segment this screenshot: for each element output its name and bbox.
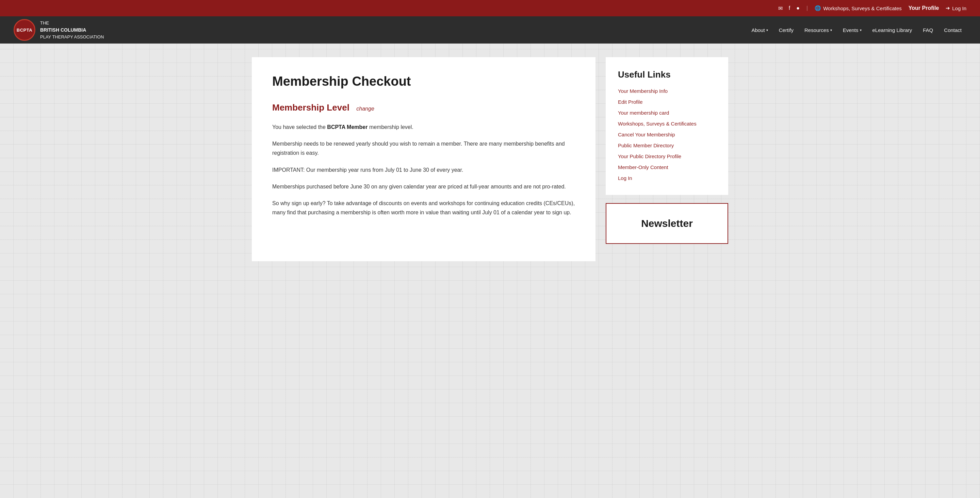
list-item: Workshops, Surveys & Certificates <box>618 121 716 127</box>
instagram-icon[interactable]: ● <box>796 5 800 11</box>
link-membership-info[interactable]: Your Membership Info <box>618 88 668 94</box>
link-login[interactable]: Log In <box>618 175 632 181</box>
link-public-directory[interactable]: Public Member Directory <box>618 143 674 148</box>
chevron-down-icon: ▾ <box>860 28 862 32</box>
selected-level-text: You have selected the BCPTA Member membe… <box>272 123 575 132</box>
nav-item-faq[interactable]: FAQ <box>918 24 938 36</box>
chevron-down-icon: ▾ <box>830 28 832 32</box>
list-item: Cancel Your Membership <box>618 132 716 138</box>
list-item: Member-Only Content <box>618 164 716 170</box>
nav-bar: BCPTA THE BRITISH COLUMBIA PLAY THERAPY … <box>0 16 980 43</box>
your-profile-link[interactable]: Your Profile <box>908 5 939 11</box>
useful-links-title: Useful Links <box>618 69 716 80</box>
nav-item-about[interactable]: About ▾ <box>746 24 772 36</box>
link-workshops[interactable]: Workshops, Surveys & Certificates <box>618 121 697 127</box>
logo[interactable]: BCPTA THE BRITISH COLUMBIA PLAY THERAPY … <box>14 19 104 41</box>
useful-links-box: Useful Links Your Membership Info Edit P… <box>606 57 728 195</box>
nav-links: About ▾ Certify Resources ▾ Events ▾ eLe… <box>746 24 966 36</box>
list-item: Your membership card <box>618 110 716 116</box>
newsletter-title: Newsletter <box>641 218 693 229</box>
useful-links-list: Your Membership Info Edit Profile Your m… <box>618 88 716 181</box>
link-edit-profile[interactable]: Edit Profile <box>618 99 643 105</box>
list-item: Your Membership Info <box>618 88 716 94</box>
sidebar: Useful Links Your Membership Info Edit P… <box>606 57 728 261</box>
nav-item-certify[interactable]: Certify <box>774 24 798 36</box>
nav-item-contact[interactable]: Contact <box>939 24 966 36</box>
nav-item-events[interactable]: Events ▾ <box>838 24 866 36</box>
link-public-directory-profile[interactable]: Your Public Directory Profile <box>618 153 681 159</box>
membership-level-title: Membership Level <box>272 102 350 113</box>
login-icon: ➔ <box>946 5 950 11</box>
link-member-only-content[interactable]: Member-Only Content <box>618 164 668 170</box>
list-item: Log In <box>618 175 716 181</box>
membership-level-section: Membership Level change <box>272 102 575 113</box>
newsletter-box: Newsletter <box>606 203 728 244</box>
paragraph-prorated: Memberships purchased before June 30 on … <box>272 182 575 191</box>
list-item: Public Member Directory <box>618 143 716 149</box>
chevron-down-icon: ▾ <box>766 28 768 32</box>
top-bar: ✉ f ● | 🌐 Workshops, Surveys & Certifica… <box>0 0 980 16</box>
facebook-icon[interactable]: f <box>789 5 790 11</box>
main-content: Membership Checkout Membership Level cha… <box>252 57 595 261</box>
content-layout: Membership Checkout Membership Level cha… <box>252 57 728 261</box>
separator: | <box>807 5 808 11</box>
change-link[interactable]: change <box>356 106 374 111</box>
link-membership-card[interactable]: Your membership card <box>618 110 669 116</box>
nav-item-resources[interactable]: Resources ▾ <box>800 24 837 36</box>
paragraph-early-signup: So why sign up early? To take advantage … <box>272 199 575 217</box>
list-item: Edit Profile <box>618 99 716 105</box>
login-link[interactable]: ➔ Log In <box>946 5 966 11</box>
paragraph-renewal: Membership needs to be renewed yearly sh… <box>272 139 575 158</box>
workshops-icon: 🌐 <box>815 5 821 11</box>
logo-circle: BCPTA <box>14 19 35 41</box>
page-background: Membership Checkout Membership Level cha… <box>0 43 980 498</box>
social-icons: ✉ f ● <box>778 5 800 11</box>
page-title: Membership Checkout <box>272 74 575 89</box>
logo-text: THE BRITISH COLUMBIA PLAY THERAPY ASSOCI… <box>40 20 104 40</box>
workshops-link[interactable]: 🌐 Workshops, Surveys & Certificates <box>815 5 902 11</box>
link-cancel-membership[interactable]: Cancel Your Membership <box>618 132 675 137</box>
paragraph-important: IMPORTANT: Our membership year runs from… <box>272 165 575 175</box>
list-item: Your Public Directory Profile <box>618 153 716 159</box>
email-icon[interactable]: ✉ <box>778 5 783 11</box>
nav-item-elearning[interactable]: eLearning Library <box>868 24 917 36</box>
